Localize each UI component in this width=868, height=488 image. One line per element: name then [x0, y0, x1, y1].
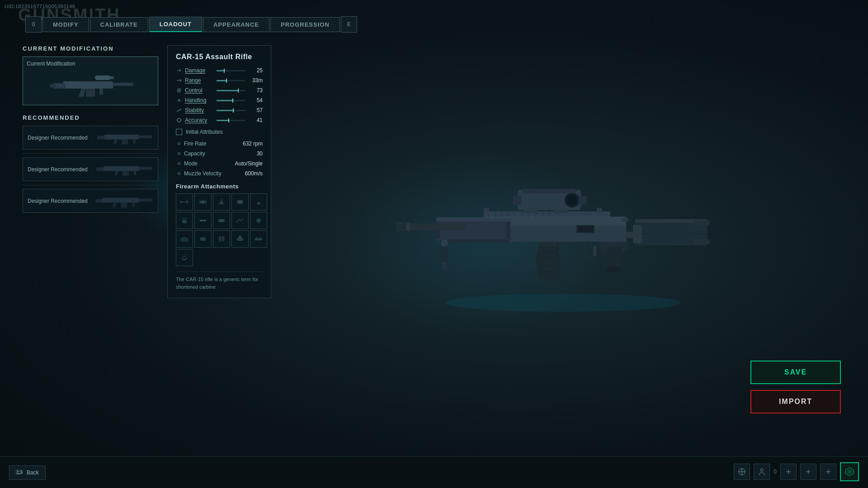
svg-rect-37 — [180, 201, 182, 203]
svg-rect-121 — [622, 218, 628, 221]
rec-item-2-label: Designer Recommended — [28, 166, 88, 173]
add-icon-2[interactable] — [800, 464, 816, 480]
back-icon: Esc — [16, 470, 23, 475]
svg-rect-3 — [113, 83, 133, 86]
svg-marker-27 — [113, 203, 117, 207]
tab-calibrate[interactable]: CALIBRATE — [90, 17, 148, 32]
attachment-7[interactable] — [194, 212, 212, 229]
initial-attrs-checkbox[interactable] — [176, 129, 182, 135]
svg-rect-17 — [133, 140, 135, 144]
svg-marker-15 — [113, 140, 118, 144]
control-label: Control — [185, 87, 214, 94]
bottom-bar: Esc Back 0 — [0, 456, 868, 488]
nav-key-left: 0 — [25, 16, 42, 33]
attachment-2[interactable] — [194, 193, 212, 211]
back-button[interactable]: Esc Back — [9, 465, 46, 480]
svg-rect-101 — [396, 221, 406, 231]
mode-label: Mode — [184, 160, 235, 167]
svg-rect-22 — [122, 171, 128, 176]
weapon-display-area — [280, 36, 823, 434]
recommended-item-3[interactable]: Designer Recommended — [23, 189, 158, 213]
fire-rate-label: Fire Rate — [184, 141, 243, 147]
damage-value: 25 — [248, 67, 263, 74]
svg-rect-84 — [436, 219, 511, 242]
attachment-1[interactable] — [176, 193, 193, 211]
muzzle-value: 600m/s — [245, 170, 263, 177]
stat-accuracy: Accuracy 41 — [176, 117, 263, 123]
attachment-9[interactable] — [231, 212, 249, 229]
svg-rect-99 — [405, 224, 466, 230]
svg-rect-110 — [579, 196, 587, 205]
range-icon — [176, 77, 182, 84]
svg-rect-98 — [506, 222, 510, 239]
attachment-8[interactable] — [213, 212, 230, 229]
current-mod-label: Current Modification — [27, 61, 154, 67]
svg-rect-13 — [138, 136, 152, 138]
spec-capacity: Capacity 30 — [176, 150, 263, 157]
tab-loadout[interactable]: LOADOUT — [149, 17, 202, 32]
attachment-15[interactable] — [250, 230, 267, 248]
initial-attrs-row[interactable]: Initial Attributes — [176, 129, 263, 135]
attachments-title: Firearm Attachments — [176, 183, 263, 190]
control-icon — [176, 87, 182, 94]
svg-rect-0 — [95, 75, 111, 80]
svg-marker-21 — [114, 171, 118, 176]
attachment-13[interactable] — [213, 230, 230, 248]
recommended-item-1[interactable]: Designer Recommended — [23, 126, 158, 150]
accuracy-label: Accuracy — [185, 117, 214, 123]
rec-item-1-label: Designer Recommended — [28, 135, 88, 141]
svg-rect-23 — [134, 171, 136, 175]
svg-rect-24 — [102, 198, 139, 203]
aim-icon[interactable] — [734, 464, 750, 480]
player-icon[interactable] — [754, 464, 770, 480]
svg-rect-55 — [237, 238, 243, 241]
attachment-11[interactable] — [176, 230, 193, 248]
tab-progression[interactable]: PROGRESSION — [270, 17, 340, 32]
handling-icon — [176, 97, 182, 103]
recommended-item-2[interactable]: Designer Recommended — [23, 157, 158, 181]
add-icon-1[interactable] — [780, 464, 797, 480]
muzzle-label: Muzzle Velocity — [184, 170, 245, 177]
spec-mode: Mode Auto/Single — [176, 160, 263, 167]
attachment-16[interactable] — [176, 249, 193, 266]
svg-rect-26 — [95, 199, 104, 202]
weapon-stats-panel: CAR-15 Assault Rifle Damage 25 Range 33m… — [167, 45, 271, 298]
attachment-12[interactable] — [194, 230, 212, 248]
svg-point-58 — [445, 294, 680, 312]
tab-appearance[interactable]: APPEARANCE — [203, 17, 269, 32]
tab-modify[interactable]: MODIFY — [42, 17, 89, 32]
attachment-10[interactable] — [250, 212, 267, 229]
svg-rect-46 — [199, 220, 207, 221]
handling-bar — [217, 100, 245, 101]
svg-point-48 — [204, 220, 206, 221]
svg-rect-16 — [122, 140, 128, 145]
stability-icon — [176, 107, 182, 113]
attachment-14[interactable] — [231, 230, 249, 248]
add-icon-3[interactable] — [820, 464, 836, 480]
spec-dot — [178, 162, 180, 165]
attachment-3[interactable] — [213, 193, 230, 211]
attachment-6[interactable] — [176, 212, 193, 229]
stat-control: Control 73 — [176, 87, 263, 94]
attachment-4[interactable] — [231, 193, 249, 211]
svg-point-108 — [567, 196, 576, 205]
svg-point-47 — [201, 220, 202, 221]
svg-rect-44 — [182, 220, 187, 223]
attachments-grid — [176, 193, 263, 266]
weapon-render — [382, 149, 721, 321]
stability-bar — [217, 110, 245, 111]
svg-rect-68 — [607, 267, 620, 272]
save-button[interactable]: SAVE — [750, 361, 841, 384]
damage-bar — [217, 70, 245, 71]
bottom-right-actions: 0 — [734, 462, 859, 481]
svg-rect-12 — [104, 135, 139, 140]
accuracy-bar — [217, 120, 245, 121]
svg-rect-122 — [484, 208, 489, 212]
svg-rect-63 — [694, 239, 710, 244]
svg-rect-8 — [86, 89, 95, 97]
import-button[interactable]: IMPORT — [750, 390, 841, 413]
stat-handling: Handling 54 — [176, 97, 263, 103]
attachment-5[interactable] — [250, 193, 267, 211]
range-bar — [217, 80, 245, 81]
current-mod-box[interactable]: Current Modification — [23, 56, 158, 105]
